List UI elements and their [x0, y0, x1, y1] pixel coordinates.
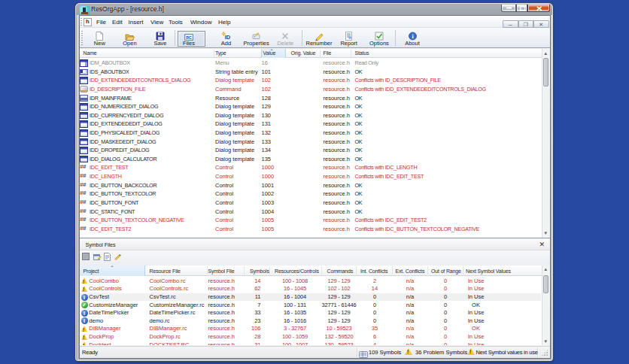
svg-text:RC: RC — [186, 35, 192, 39]
